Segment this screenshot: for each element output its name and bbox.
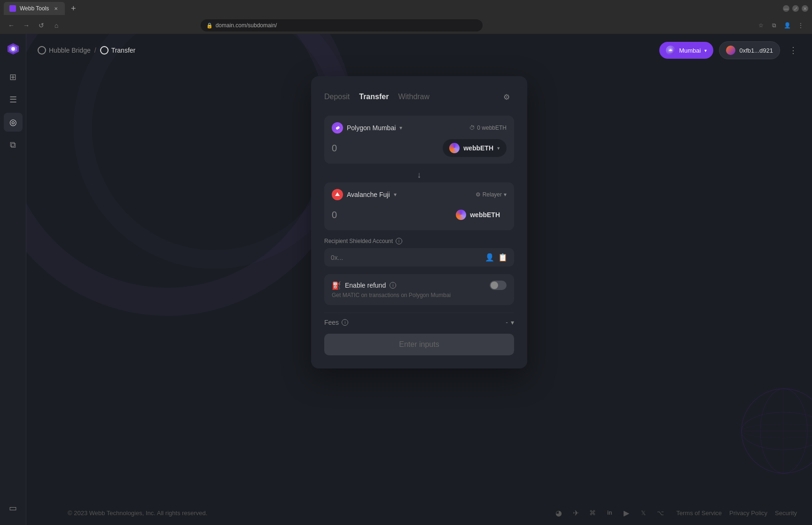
webb-token-icon-source bbox=[449, 143, 460, 153]
sidebar: ⊞ ☰ ◎ ⧉ ▭ bbox=[0, 34, 26, 525]
address-book-icon[interactable]: 👤 bbox=[485, 253, 494, 262]
browser-chrome: Webb Tools ✕ + — ⤢ ✕ ← → ↺ ⌂ 🔒 domain.co… bbox=[0, 0, 812, 34]
dest-chain-header: Avalanche Fuji ▾ ⚙ Relayer ▾ bbox=[332, 189, 507, 200]
linkedin-icon[interactable]: in bbox=[605, 508, 614, 517]
twitter-icon[interactable]: 𝕏 bbox=[639, 508, 648, 517]
swap-arrow-divider: ↓ bbox=[324, 167, 514, 182]
footer: © 2023 Webb Technologies, Inc. All right… bbox=[53, 501, 812, 525]
grid-icon: ⊞ bbox=[9, 72, 16, 82]
gas-icon: ⛽ bbox=[332, 281, 341, 290]
avalanche-chain-icon bbox=[332, 189, 343, 200]
browser-actions: ☆ ⧉ 👤 ⋮ bbox=[756, 20, 806, 31]
tab-close-button[interactable]: ✕ bbox=[53, 5, 59, 12]
refresh-button[interactable]: ↺ bbox=[36, 20, 47, 31]
fees-chevron-icon: ▾ bbox=[511, 319, 514, 326]
close-window-button[interactable]: ✕ bbox=[802, 5, 808, 12]
target-icon: ◎ bbox=[9, 117, 17, 127]
breadcrumb-current-label: Transfer bbox=[111, 47, 136, 54]
discord-icon[interactable]: ⌘ bbox=[588, 508, 597, 517]
dest-chain-chevron-icon: ▾ bbox=[394, 191, 397, 198]
sidebar-item-terminal[interactable]: ▭ bbox=[4, 499, 23, 517]
footer-links: Terms of Service Privacy Policy Security bbox=[676, 509, 797, 517]
dest-chain-name: Avalanche Fuji bbox=[347, 191, 390, 198]
relayer-chevron-icon: ▾ bbox=[504, 191, 507, 198]
tab-bar: Webb Tools ✕ + — ⤢ ✕ bbox=[0, 0, 812, 17]
forward-button[interactable]: → bbox=[21, 20, 32, 31]
recipient-info-icon[interactable]: i bbox=[396, 238, 402, 244]
paste-icon[interactable]: 📋 bbox=[498, 253, 508, 262]
source-amount-input[interactable] bbox=[332, 143, 402, 154]
refund-description: Get MATIC on transactions on Polygon Mum… bbox=[332, 292, 507, 298]
sidebar-item-target[interactable]: ◎ bbox=[4, 113, 23, 132]
refund-title: ⛽ Enable refund i bbox=[332, 281, 396, 290]
extensions-button[interactable]: ⧉ bbox=[769, 20, 780, 31]
privacy-policy-link[interactable]: Privacy Policy bbox=[729, 509, 767, 517]
recipient-address-input[interactable] bbox=[331, 254, 485, 261]
maximize-button[interactable]: ⤢ bbox=[792, 5, 799, 12]
security-link[interactable]: Security bbox=[775, 509, 797, 517]
wallet-button[interactable]: 0xfb1...d921 bbox=[719, 41, 780, 59]
nodes-icon: ⧉ bbox=[10, 140, 16, 150]
profile-button[interactable]: 👤 bbox=[782, 20, 793, 31]
breadcrumb-parent[interactable]: Hubble Bridge bbox=[38, 46, 91, 55]
home-button[interactable]: ⌂ bbox=[51, 20, 62, 31]
tab-deposit[interactable]: Deposit bbox=[324, 93, 350, 101]
refund-toggle[interactable] bbox=[490, 281, 507, 290]
back-button[interactable]: ← bbox=[6, 20, 17, 31]
breadcrumb: Hubble Bridge / Transfer bbox=[38, 46, 135, 55]
new-tab-button[interactable]: + bbox=[67, 2, 80, 15]
dest-chain-input-row: 0 webbETH bbox=[332, 206, 507, 224]
network-chevron-icon: ▾ bbox=[704, 48, 707, 53]
sidebar-item-grid[interactable]: ⊞ bbox=[4, 68, 23, 86]
dest-chain-section: Avalanche Fuji ▾ ⚙ Relayer ▾ 0 bbox=[324, 182, 514, 230]
sidebar-item-nodes[interactable]: ⧉ bbox=[4, 135, 23, 154]
source-token-selector[interactable]: webbETH ▾ bbox=[443, 139, 507, 157]
youtube-icon[interactable]: ▶ bbox=[622, 508, 631, 517]
tab-withdraw[interactable]: Withdraw bbox=[398, 93, 429, 101]
telegram-icon[interactable]: ✈ bbox=[571, 508, 580, 517]
network-button[interactable]: Mumbai ▾ bbox=[659, 42, 713, 59]
minimize-button[interactable]: — bbox=[783, 5, 789, 12]
star-button[interactable]: ☆ bbox=[756, 20, 767, 31]
tab-label: Webb Tools bbox=[20, 5, 49, 12]
fees-label: Fees i bbox=[324, 319, 348, 326]
dest-chain-selector[interactable]: Avalanche Fuji ▾ bbox=[332, 189, 397, 200]
source-chain-selector[interactable]: Polygon Mumbai ▾ bbox=[332, 122, 402, 133]
refund-header: ⛽ Enable refund i bbox=[332, 281, 507, 290]
relayer-selector[interactable]: ⚙ Relayer ▾ bbox=[476, 191, 507, 198]
recipient-section: Recipient Shielded Account i 👤 📋 bbox=[324, 238, 514, 266]
submit-button[interactable]: Enter inputs bbox=[324, 334, 514, 355]
breadcrumb-parent-label: Hubble Bridge bbox=[49, 47, 91, 54]
fees-amount: - bbox=[506, 319, 508, 326]
lock-icon: 🔒 bbox=[206, 23, 213, 29]
active-tab[interactable]: Webb Tools ✕ bbox=[4, 2, 65, 15]
sidebar-item-document[interactable]: ☰ bbox=[4, 90, 23, 109]
source-chain-balance: ⏱ 0 webbETH bbox=[469, 125, 507, 131]
recipient-actions: 👤 📋 bbox=[485, 253, 508, 262]
relayer-label: Relayer bbox=[483, 191, 502, 198]
refund-info-icon[interactable]: i bbox=[390, 282, 396, 289]
refund-section: ⛽ Enable refund i Get MATIC on transacti… bbox=[324, 274, 514, 305]
menu-button[interactable]: ⋮ bbox=[795, 20, 806, 31]
recipient-label-text: Recipient Shielded Account bbox=[324, 238, 393, 244]
breadcrumb-circle-current bbox=[100, 46, 109, 55]
source-chain-input-row: webbETH ▾ bbox=[332, 139, 507, 157]
svg-point-0 bbox=[11, 47, 15, 51]
source-chain-header: Polygon Mumbai ▾ ⏱ 0 webbETH bbox=[332, 122, 507, 133]
github-icon[interactable]: ⌥ bbox=[656, 508, 665, 517]
tab-favicon bbox=[9, 5, 16, 12]
settings-icon: ⚙ bbox=[503, 93, 510, 102]
footer-right: ◕ ✈ ⌘ in ▶ 𝕏 ⌥ Terms of Service Privacy … bbox=[554, 508, 797, 517]
webb-social-icon[interactable]: ◕ bbox=[554, 508, 563, 517]
settings-button[interactable]: ⚙ bbox=[499, 89, 514, 104]
fees-info-icon[interactable]: i bbox=[342, 319, 348, 326]
terms-of-service-link[interactable]: Terms of Service bbox=[676, 509, 722, 517]
document-icon: ☰ bbox=[9, 94, 17, 105]
tab-transfer[interactable]: Transfer bbox=[359, 93, 389, 101]
url-bar[interactable]: 🔒 domain.com/subdomain/ bbox=[201, 19, 483, 31]
more-menu-button[interactable]: ⋮ bbox=[786, 43, 801, 58]
toggle-knob bbox=[491, 282, 498, 289]
fees-value[interactable]: - ▾ bbox=[506, 319, 514, 326]
terminal-icon: ▭ bbox=[9, 503, 17, 513]
dest-token-display: webbETH bbox=[449, 206, 507, 224]
